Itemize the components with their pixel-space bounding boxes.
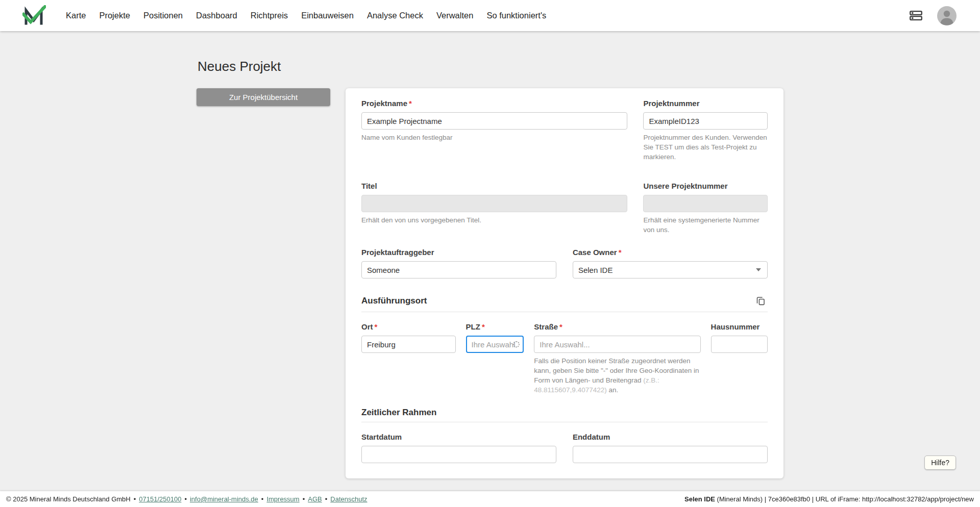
footer-link-impressum[interactable]: Impressum bbox=[266, 495, 299, 503]
nav-item-verwalten[interactable]: Verwalten bbox=[430, 7, 480, 24]
nav-item-karte[interactable]: Karte bbox=[59, 7, 92, 24]
case-owner-label: Case Owner* bbox=[573, 248, 768, 257]
hilfe-button[interactable]: Hilfe? bbox=[924, 455, 956, 470]
case-owner-select[interactable]: Selen IDE bbox=[573, 261, 768, 278]
footer-copyright: © 2025 Mineral Minds Deutschland GmbH bbox=[6, 495, 131, 503]
field-plz: PLZ* bbox=[466, 322, 524, 353]
projektname-input[interactable] bbox=[361, 112, 627, 130]
field-titel: Titel Erhält den von uns vorgegebenen Ti… bbox=[361, 182, 627, 225]
user-avatar-icon[interactable] bbox=[936, 5, 958, 27]
nav-item-richtpreis[interactable]: Richtpreis bbox=[244, 7, 295, 24]
plz-label: PLZ* bbox=[466, 322, 524, 331]
projektname-label: Projektname* bbox=[361, 99, 627, 108]
footer-link-email[interactable]: info@mineral-minds.de bbox=[190, 495, 258, 503]
footer-session-info: Selen IDE (Mineral Minds) | 7ce360e83fb0… bbox=[684, 495, 974, 503]
page-title: Neues Projekt bbox=[198, 59, 783, 74]
field-projektnummer: Projektnummer Projektnummer des Kunden. … bbox=[643, 99, 768, 162]
footer-session-user: Selen IDE bbox=[684, 495, 715, 503]
titel-label: Titel bbox=[361, 182, 627, 190]
footer-left: © 2025 Mineral Minds Deutschland GmbH • … bbox=[6, 495, 368, 503]
app-footer: © 2025 Mineral Minds Deutschland GmbH • … bbox=[0, 491, 980, 507]
field-case-owner: Case Owner* Selen IDE bbox=[573, 248, 768, 278]
required-marker: * bbox=[409, 99, 412, 108]
startdatum-label: Startdatum bbox=[361, 433, 556, 441]
nav-item-projekte[interactable]: Projekte bbox=[92, 7, 137, 24]
unsere-projektnummer-label: Unsere Projektnummer bbox=[643, 182, 768, 190]
titel-input bbox=[361, 195, 627, 212]
field-startdatum: Startdatum bbox=[361, 433, 556, 463]
required-marker: * bbox=[619, 248, 622, 257]
field-ort: Ort* bbox=[361, 322, 456, 353]
zeitlicher-rahmen-heading: Zeitlicher Rahmen bbox=[361, 408, 436, 418]
projektauftraggeber-label: Projektauftraggeber bbox=[361, 248, 556, 257]
projektauftraggeber-input[interactable] bbox=[361, 261, 556, 278]
ort-label: Ort* bbox=[361, 322, 456, 331]
case-owner-value: Selen IDE bbox=[578, 266, 613, 274]
strasse-input[interactable] bbox=[534, 336, 700, 353]
enddatum-input[interactable] bbox=[573, 446, 768, 463]
hausnummer-input[interactable] bbox=[711, 336, 768, 353]
required-marker: * bbox=[482, 322, 485, 331]
field-strasse: Straße* Falls die Position keiner Straße… bbox=[534, 322, 700, 395]
startdatum-input[interactable] bbox=[361, 446, 556, 463]
nav-item-analyse-check[interactable]: Analyse Check bbox=[360, 7, 430, 24]
field-enddatum: Enddatum bbox=[573, 433, 768, 463]
zur-projektuebersicht-button[interactable]: Zur Projektübersicht bbox=[197, 88, 330, 106]
unsere-projektnummer-helper: Erhält eine systemgenerierte Nummer von … bbox=[643, 216, 768, 235]
server-icon[interactable] bbox=[908, 8, 924, 23]
caret-down-icon bbox=[756, 268, 761, 271]
ausfuehrungsort-divider bbox=[361, 312, 768, 312]
footer-link-agb[interactable]: AGB bbox=[308, 495, 322, 503]
required-marker: * bbox=[375, 322, 378, 331]
loading-spinner-icon bbox=[513, 341, 520, 348]
projektnummer-label: Projektnummer bbox=[643, 99, 768, 108]
top-navigation: Karte Projekte Positionen Dashboard Rich… bbox=[0, 0, 980, 31]
zeitlicher-rahmen-divider bbox=[361, 422, 768, 422]
projektname-helper: Name vom Kunden festlegbar bbox=[361, 133, 627, 143]
footer-session-details: (Mineral Minds) | 7ce360e83fb0 | URL of … bbox=[715, 495, 974, 503]
unsere-projektnummer-input bbox=[643, 195, 768, 212]
hausnummer-label: Hausnummer bbox=[711, 322, 768, 331]
project-form-card: Projektname* Name vom Kunden festlegbar … bbox=[346, 88, 783, 478]
field-hausnummer: Hausnummer bbox=[711, 322, 768, 353]
main-content: Neues Projekt Zur Projektübersicht Proje… bbox=[197, 31, 783, 507]
ausfuehrungsort-heading: Ausführungsort bbox=[361, 296, 427, 306]
field-unsere-projektnummer: Unsere Projektnummer Erhält eine systemg… bbox=[643, 182, 768, 235]
main-nav: Karte Projekte Positionen Dashboard Rich… bbox=[59, 7, 553, 24]
left-action-column: Zur Projektübersicht bbox=[197, 88, 346, 106]
footer-link-phone[interactable]: 07151/250100 bbox=[139, 495, 181, 503]
footer-link-datenschutz[interactable]: Datenschutz bbox=[330, 495, 367, 503]
required-marker: * bbox=[559, 322, 562, 331]
mineral-minds-logo[interactable] bbox=[22, 5, 46, 27]
projektnummer-input[interactable] bbox=[643, 112, 768, 130]
copy-icon[interactable] bbox=[754, 294, 768, 308]
nav-item-einbauweisen[interactable]: Einbauweisen bbox=[295, 7, 360, 24]
nav-item-positionen[interactable]: Positionen bbox=[137, 7, 189, 24]
strasse-helper: Falls die Position keiner Straße zugeord… bbox=[534, 357, 700, 395]
projektnummer-helper: Projektnummer des Kunden. Verwenden Sie … bbox=[643, 133, 768, 162]
nav-item-so-funktionierts[interactable]: So funktioniert's bbox=[480, 7, 553, 24]
titel-helper: Erhält den von uns vorgegebenen Titel. bbox=[361, 216, 627, 225]
field-projektauftraggeber: Projektauftraggeber bbox=[361, 248, 556, 278]
enddatum-label: Enddatum bbox=[573, 433, 768, 441]
nav-item-dashboard[interactable]: Dashboard bbox=[189, 7, 244, 24]
field-projektname: Projektname* Name vom Kunden festlegbar bbox=[361, 99, 627, 143]
strasse-label: Straße* bbox=[534, 322, 700, 331]
topnav-right-actions bbox=[908, 5, 958, 27]
ort-input[interactable] bbox=[361, 336, 456, 353]
